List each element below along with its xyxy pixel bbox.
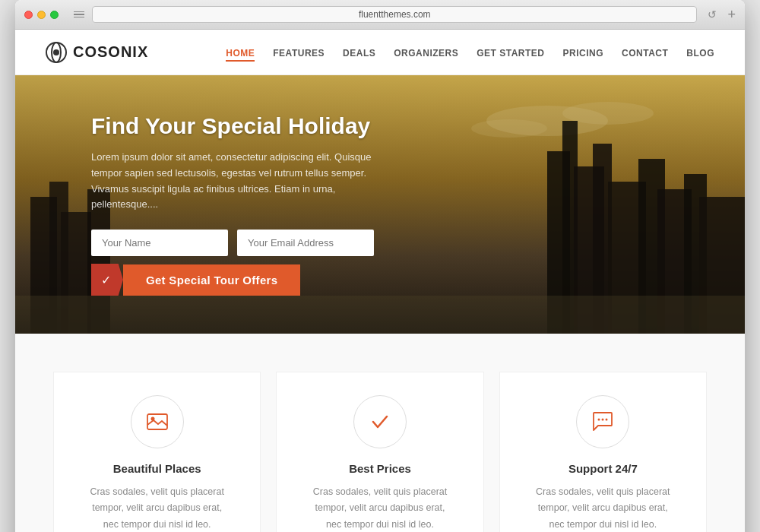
hero-title: Find Your Special Holiday [91,113,380,139]
hero-form: ✓ Get Special Tour Offers [91,230,380,296]
nav-item-home[interactable]: HOME [226,46,255,59]
hero-section: Find Your Special Holiday Lorem ipsum do… [15,75,745,334]
svg-rect-20 [15,296,745,334]
prices-title: Best Prices [307,462,452,475]
nav-item-blog[interactable]: BLOG [686,46,714,59]
nav-item-deals[interactable]: DEALS [343,46,375,59]
places-title: Beautiful Places [84,462,230,475]
feature-card-prices: Best Prices Cras sodales, velit quis pla… [276,372,483,532]
browser-toolbar: fluentthemes.com ↺ + [15,0,745,30]
browser-dots [24,11,59,19]
nav-item-organizers[interactable]: ORGANIZERS [394,46,458,59]
svg-point-23 [598,419,600,421]
nav-item-get-started[interactable]: GET STARTED [477,46,544,59]
maximize-dot[interactable] [50,11,59,19]
address-bar[interactable]: fluentthemes.com [92,6,697,23]
nav-links: HOME FEATURES DEALS ORGANIZERS GET START… [226,46,714,59]
hero-btn-row: ✓ Get Special Tour Offers [91,264,380,296]
email-input[interactable] [237,230,374,256]
places-icon-wrap [131,395,184,448]
svg-point-6 [471,119,547,138]
chat-icon [592,412,613,432]
places-desc: Cras sodales, velit quis placerat tempor… [84,484,230,532]
prices-icon-wrap [353,395,407,448]
check-icon: ✓ [101,273,111,287]
support-title: Support 24/7 [530,462,676,475]
name-input[interactable] [91,230,228,256]
image-icon [147,413,168,430]
checkmark-icon [370,412,390,432]
svg-point-25 [606,419,608,421]
nav-item-contact[interactable]: CONTACT [622,46,668,59]
hero-content: Find Your Special Holiday Lorem ipsum do… [15,113,456,296]
nav-item-features[interactable]: FEATURES [273,46,325,59]
minimize-dot[interactable] [37,11,46,19]
svg-point-24 [602,419,604,421]
hero-description: Lorem ipsum dolor sit amet, consectetur … [91,150,380,213]
hero-inputs [91,230,380,256]
support-icon-wrap [576,395,629,448]
add-tab-icon[interactable]: + [727,7,736,23]
features-section: Beautiful Places Cras sodales, velit qui… [15,334,745,532]
logo-icon [46,42,67,63]
site-content: COSONIX HOME FEATURES DEALS ORGANIZERS G… [15,30,745,532]
refresh-icon[interactable]: ↺ [708,8,717,21]
feature-card-places: Beautiful Places Cras sodales, velit qui… [53,372,261,532]
svg-point-2 [53,49,59,55]
feature-card-support: Support 24/7 Cras sodales, velit quis pl… [499,372,707,532]
menu-icon[interactable] [74,11,84,18]
logo-text: COSONIX [73,43,148,61]
support-desc: Cras sodales, velit quis placerat tempor… [530,484,676,532]
check-button[interactable]: ✓ [91,264,123,296]
prices-desc: Cras sodales, velit quis placerat tempor… [307,484,452,532]
tour-offers-button[interactable]: Get Special Tour Offers [123,264,300,296]
site-nav: COSONIX HOME FEATURES DEALS ORGANIZERS G… [15,30,745,75]
nav-logo: COSONIX [46,42,148,63]
browser-window: fluentthemes.com ↺ + COSONIX HOME FEATUR… [15,0,745,532]
close-dot[interactable] [24,11,33,19]
nav-item-pricing[interactable]: PRICING [563,46,604,59]
